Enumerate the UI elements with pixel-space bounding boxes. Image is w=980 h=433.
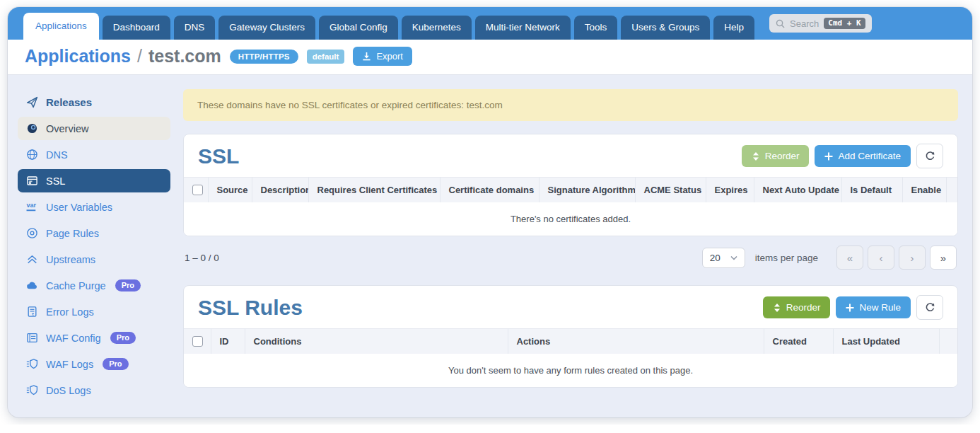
pager-buttons: « ‹ › » xyxy=(836,246,957,270)
global-search-input[interactable]: Search Cmd + K xyxy=(769,14,872,33)
ssl-actions: Reorder Add Certificate xyxy=(742,144,943,168)
sidebar-item-page-rules[interactable]: Page Rules xyxy=(18,221,170,245)
sidebar-item-label: DNS xyxy=(46,149,68,161)
tab-gateway-clusters[interactable]: Gateway Clusters xyxy=(218,16,315,40)
next-page-button[interactable]: › xyxy=(899,246,926,270)
ssl-col-is-default: Is Default xyxy=(841,178,902,203)
sidebar-item-waf-config[interactable]: WAF Config Pro xyxy=(18,326,170,350)
rules-col-last-updated: Last Updated xyxy=(833,329,939,354)
ssl-rules-card: SSL Rules Reorder New Rule xyxy=(183,285,958,388)
sidebar-item-dns[interactable]: DNS xyxy=(18,143,170,166)
last-page-button[interactable]: » xyxy=(930,246,957,270)
rules-reorder-label: Reorder xyxy=(786,302,821,313)
rules-col-id: ID xyxy=(211,329,245,354)
new-rule-label: New Rule xyxy=(859,302,901,313)
rules-col-created: Created xyxy=(764,329,833,354)
new-rule-button[interactable]: New Rule xyxy=(836,296,911,318)
tab-kubernetes[interactable]: Kubernetes xyxy=(402,16,472,40)
sort-icon xyxy=(752,151,760,161)
tab-global-config[interactable]: Global Config xyxy=(319,16,398,40)
breadcrumb: Applications / test.com xyxy=(25,46,221,67)
ssl-result-range: 1 – 0 / 0 xyxy=(185,253,219,263)
document-error-icon xyxy=(26,306,38,318)
page-title: test.com xyxy=(148,46,221,67)
chevron-down-icon xyxy=(730,255,737,260)
ssl-empty-message: There's no certificates added. xyxy=(184,202,957,236)
refresh-icon xyxy=(925,302,935,313)
shield-logs-icon xyxy=(26,384,38,396)
page-size-value: 20 xyxy=(710,253,721,263)
sidebar-item-ssl[interactable]: SSL xyxy=(18,169,170,192)
rules-col-conditions: Conditions xyxy=(245,329,508,354)
previous-page-button[interactable]: ‹ xyxy=(868,246,894,270)
ssl-rules-table: ID Conditions Actions Created Last Updat… xyxy=(184,328,957,387)
rules-select-all-checkbox[interactable] xyxy=(192,336,203,347)
double-chevron-up-icon xyxy=(26,253,38,265)
refresh-icon xyxy=(925,151,935,161)
top-navigation-bar: Applications Dashboard DNS Gateway Clust… xyxy=(8,7,972,40)
export-button-label: Export xyxy=(376,51,403,62)
partition-badge: default xyxy=(307,50,345,64)
rules-reorder-button[interactable]: Reorder xyxy=(763,296,831,318)
ssl-reorder-button[interactable]: Reorder xyxy=(742,145,810,167)
sidebar-item-error-logs[interactable]: Error Logs xyxy=(18,300,170,323)
sidebar-item-releases[interactable]: Releases xyxy=(18,91,170,114)
svg-text:var: var xyxy=(27,202,37,209)
main-panel: These domains have no SSL certificates o… xyxy=(176,75,972,417)
ssl-col-signature-algorithm: Signature Algorithm xyxy=(539,178,635,203)
tab-applications[interactable]: Applications xyxy=(23,13,99,40)
ssl-col-requires-client-certificates: Requires Client Certificates xyxy=(308,178,440,203)
ssl-col-actions-spacer xyxy=(946,178,957,203)
add-certificate-button[interactable]: Add Certificate xyxy=(815,145,911,167)
ssl-warning-banner: These domains have no SSL certificates o… xyxy=(183,89,958,121)
tab-dashboard[interactable]: Dashboard xyxy=(103,16,170,40)
content-area: Releases Overview DNS SSL xyxy=(8,75,972,417)
download-icon xyxy=(362,52,371,61)
plus-icon xyxy=(824,152,833,161)
tab-tools[interactable]: Tools xyxy=(574,16,618,40)
tab-help[interactable]: Help xyxy=(713,16,754,40)
export-button[interactable]: Export xyxy=(353,47,412,66)
rules-col-actions: Actions xyxy=(508,329,764,354)
search-shortcut-badge: Cmd + K xyxy=(824,18,865,29)
ssl-card: SSL Reorder Add Certificate xyxy=(183,134,958,236)
page-header: Applications / test.com HTTP/HTTPS defau… xyxy=(8,40,972,75)
tab-users-groups[interactable]: Users & Groups xyxy=(621,16,710,40)
protocol-badge: HTTP/HTTPS xyxy=(230,50,298,64)
rules-refresh-button[interactable] xyxy=(916,295,943,320)
shield-logs-icon xyxy=(26,358,38,370)
ssl-table: Source Description Requires Client Certi… xyxy=(184,177,957,236)
certificate-icon xyxy=(26,175,38,187)
sidebar-item-label: DoS Logs xyxy=(46,385,91,396)
sidebar-item-label: Cache Purge xyxy=(46,280,106,291)
pro-badge: Pro xyxy=(103,358,128,370)
ssl-rules-card-header: SSL Rules Reorder New Rule xyxy=(184,286,957,328)
breadcrumb-applications-link[interactable]: Applications xyxy=(25,46,131,67)
sidebar-item-cache-purge[interactable]: Cache Purge Pro xyxy=(18,274,170,297)
globe-icon xyxy=(26,149,38,161)
sidebar-item-user-variables[interactable]: var User Variables xyxy=(18,195,170,219)
pro-badge: Pro xyxy=(115,279,141,291)
sidebar-item-waf-logs[interactable]: WAF Logs Pro xyxy=(18,352,170,376)
rules-empty-row: You don't seem to have any form rules cr… xyxy=(184,354,957,387)
sidebar-item-upstreams[interactable]: Upstreams xyxy=(18,248,170,271)
page-size-select[interactable]: 20 xyxy=(702,248,745,268)
sidebar-item-label: Upstreams xyxy=(46,254,95,265)
ssl-select-all-checkbox[interactable] xyxy=(192,185,203,195)
ssl-card-header: SSL Reorder Add Certificate xyxy=(184,134,957,177)
ssl-reorder-label: Reorder xyxy=(765,151,800,161)
ssl-refresh-button[interactable] xyxy=(916,144,943,168)
sidebar-item-label: Error Logs xyxy=(46,306,94,318)
sidebar-item-dos-logs[interactable]: DoS Logs xyxy=(18,379,170,402)
ssl-pagination: 1 – 0 / 0 20 items per page « ‹ › » xyxy=(185,246,957,270)
target-icon xyxy=(26,227,38,239)
paper-plane-icon xyxy=(26,96,38,108)
first-page-button[interactable]: « xyxy=(836,246,863,270)
tab-multi-tier-network[interactable]: Multi-tier Network xyxy=(475,16,571,40)
plus-icon xyxy=(846,304,854,312)
sidebar-item-label: Overview xyxy=(46,123,88,134)
sidebar-item-label: WAF Logs xyxy=(46,359,93,370)
ssl-rules-section-title: SSL Rules xyxy=(198,296,303,320)
sidebar-item-overview[interactable]: Overview xyxy=(18,117,170,140)
tab-dns[interactable]: DNS xyxy=(174,16,216,40)
